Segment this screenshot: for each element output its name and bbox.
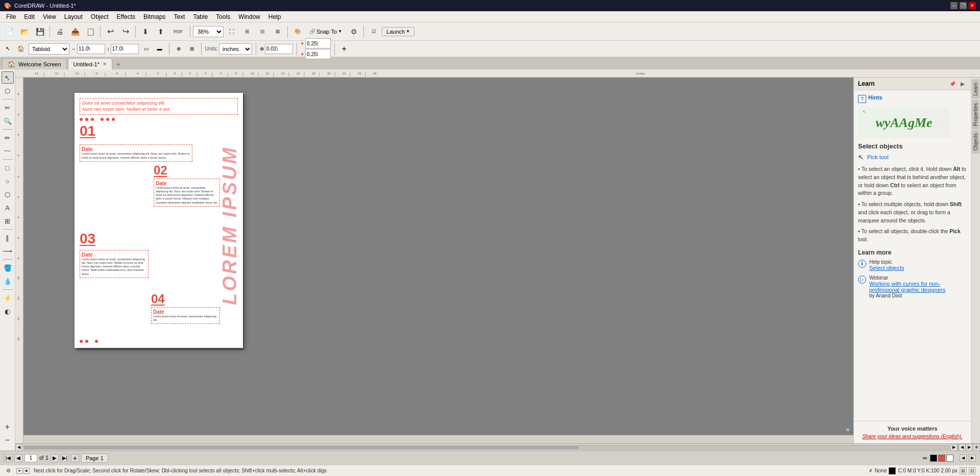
pencil-icon[interactable]: ✏ <box>923 455 929 461</box>
tab-add-btn[interactable]: + <box>113 59 124 69</box>
smart-draw-tool[interactable]: 〰 <box>2 145 14 157</box>
menu-edit[interactable]: Edit <box>20 12 39 21</box>
publish-btn[interactable]: 📋 <box>83 24 97 39</box>
document-tab[interactable]: Untitled-1* ✕ <box>68 58 112 69</box>
rect-tool[interactable]: □ <box>2 162 14 174</box>
scroll-right-btn[interactable]: ▶ <box>950 444 958 451</box>
prop-icon2[interactable]: ⊞ <box>186 43 198 55</box>
view-full-btn[interactable]: ⊞ <box>240 24 254 39</box>
page-number-input[interactable] <box>24 454 37 462</box>
minimize-button[interactable]: – <box>950 2 958 9</box>
page-scroll-left-btn[interactable]: ◀ <box>960 455 967 462</box>
redo-btn[interactable]: ↪ <box>118 24 133 39</box>
properties-tab[interactable]: Properties <box>972 100 979 130</box>
x-offset-input[interactable] <box>305 38 331 48</box>
prop-home-btn[interactable]: 🏠 <box>15 43 27 55</box>
add-page-btn[interactable]: + <box>71 454 79 462</box>
outline-swatch[interactable] <box>889 467 896 474</box>
prop-icon1[interactable]: ⊕ <box>173 43 184 55</box>
tab-close-btn[interactable]: ✕ <box>103 61 107 67</box>
launch-btn[interactable]: Launch ▼ <box>382 27 414 36</box>
options-btn[interactable]: ⚙ <box>347 24 361 39</box>
prev-page-btn[interactable]: ◀ <box>14 454 22 462</box>
new-btn[interactable]: 📄 <box>2 24 16 39</box>
menu-tools[interactable]: Tools <box>212 12 234 21</box>
zoom-tool[interactable]: 🔍 <box>2 115 14 127</box>
save-btn[interactable]: 💾 <box>33 24 47 39</box>
scroll-left-btn[interactable]: ◀ <box>15 444 22 451</box>
help-topic-link[interactable]: Select objects <box>869 265 904 271</box>
import-btn[interactable]: ⬇ <box>138 24 153 39</box>
snap-to-btn[interactable]: 🔗 Snap To ▼ <box>306 27 346 36</box>
view-grid-btn[interactable]: ⊟ <box>255 24 270 39</box>
polygon-tool[interactable]: ⬡ <box>2 188 14 201</box>
width-input[interactable] <box>77 44 105 54</box>
zoom-fit-btn[interactable]: ⊕ <box>973 444 980 451</box>
y-offset-input[interactable] <box>305 49 331 59</box>
menu-effects[interactable]: Effects <box>113 12 139 21</box>
menu-view[interactable]: View <box>39 12 60 21</box>
checklist-btn[interactable]: ☑ <box>366 24 381 39</box>
plus-btn[interactable]: + <box>338 43 350 55</box>
h-scrollbar-track[interactable] <box>23 445 949 449</box>
menu-window[interactable]: Window <box>234 12 264 21</box>
export-btn[interactable]: 📤 <box>68 24 82 39</box>
page-scroll-right-btn[interactable]: ▶ <box>969 455 976 462</box>
menu-object[interactable]: Object <box>87 12 113 21</box>
text-tool[interactable]: A <box>2 202 14 214</box>
prop-arrow-btn[interactable]: ↖ <box>2 43 13 55</box>
menu-layout[interactable]: Layout <box>60 12 87 21</box>
restore-button[interactable]: ❐ <box>960 2 967 9</box>
undo-btn[interactable]: ↩ <box>103 24 117 39</box>
swatch-red[interactable] <box>938 455 945 462</box>
ellipse-tool[interactable]: ○ <box>2 175 14 187</box>
page-1-tab[interactable]: Page 1 <box>81 454 108 463</box>
settings-icon[interactable]: ⚙ <box>4 467 12 475</box>
rec-btn[interactable]: ● <box>16 468 22 474</box>
zoom-extend-btn[interactable]: ⛶ <box>225 24 239 39</box>
welcome-tab[interactable]: 🏠 Welcome Screen <box>2 58 67 69</box>
learn-pin-btn[interactable]: 📌 <box>948 80 957 88</box>
menu-table[interactable]: Table <box>189 12 212 21</box>
learn-arrow-btn[interactable]: ▶ <box>959 80 967 88</box>
fill-tool[interactable]: 🪣 <box>2 262 14 274</box>
view-opt-btn[interactable]: ⊠ <box>271 24 285 39</box>
table-tool[interactable]: ⊞ <box>2 215 14 227</box>
transparency-tool[interactable]: ◐ <box>2 305 14 317</box>
eyedropper-tool[interactable]: 💧 <box>2 275 14 287</box>
menu-file[interactable]: File <box>2 12 20 21</box>
scroll-dbl-left[interactable]: ◀ <box>959 444 966 451</box>
plus-icon[interactable]: + <box>2 421 14 433</box>
menu-help[interactable]: Help <box>264 12 285 21</box>
height-input[interactable] <box>111 44 139 54</box>
first-page-btn[interactable]: |◀ <box>4 454 12 462</box>
zoom-select[interactable]: 38% 50% 75% 100% <box>193 26 224 37</box>
next-page-btn[interactable]: ▶ <box>51 454 59 462</box>
pdf-btn[interactable]: PDF <box>169 24 187 39</box>
menu-text[interactable]: Text <box>169 12 189 21</box>
open-btn[interactable]: 📂 <box>17 24 32 39</box>
shrink-btn[interactable]: ⊟ <box>969 467 976 474</box>
crop-tool[interactable]: ✂ <box>2 102 14 114</box>
close-button[interactable]: ✕ <box>969 2 976 9</box>
webinar-link[interactable]: Working with curves for non-professional… <box>869 281 967 293</box>
stop-btn[interactable]: ■ <box>23 468 30 474</box>
objects-tab[interactable]: Objects <box>972 130 979 154</box>
units-select[interactable]: inches mm cm <box>219 43 252 55</box>
pick-tool[interactable]: ↖ <box>2 71 14 84</box>
scroll-dbl-right[interactable]: ▶ <box>966 444 973 451</box>
voice-link[interactable]: Share your ideas and suggestions (Englis… <box>858 434 967 439</box>
learn-tab[interactable]: Learn <box>972 80 979 99</box>
print-btn[interactable]: 🖨 <box>53 24 67 39</box>
swatch-black[interactable] <box>930 455 937 462</box>
portrait-btn[interactable]: ▭ <box>141 43 152 55</box>
expand-btn[interactable]: ⊞ <box>960 467 967 474</box>
last-page-btn[interactable]: ▶| <box>61 454 69 462</box>
color-mgr-btn[interactable]: 🎨 <box>290 24 305 39</box>
minus-icon[interactable]: − <box>2 434 14 446</box>
canvas-wrapper[interactable]: Dolor sit amet consectetur adipiscing el… <box>23 78 853 435</box>
effects-tool[interactable]: ⚡ <box>2 292 14 304</box>
menu-bitmaps[interactable]: Bitmaps <box>139 12 169 21</box>
connector-tool[interactable]: ⟶ <box>2 245 14 257</box>
page-size-select[interactable]: Tabloid Letter A4 <box>29 43 69 55</box>
